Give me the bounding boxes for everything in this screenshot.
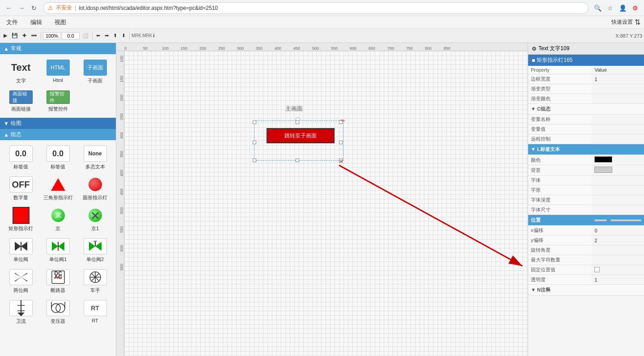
comp-multistate[interactable]: None 多态文本 bbox=[78, 144, 112, 172]
close-widget-icon[interactable]: × bbox=[339, 158, 343, 166]
handle-tr[interactable] bbox=[339, 120, 343, 124]
tool1[interactable]: ⬅ bbox=[94, 32, 102, 39]
menu-file[interactable]: 文件 bbox=[4, 17, 21, 27]
comp-valve1[interactable]: 单位阀 bbox=[4, 236, 38, 265]
comp-circle-light[interactable]: 圆形指示灯 bbox=[78, 175, 112, 203]
warning-icon: ⚠ bbox=[48, 4, 53, 11]
ruler-0: 0 bbox=[124, 46, 127, 51]
prop-font-depth-value[interactable] bbox=[592, 195, 644, 205]
prop-var-val-value[interactable] bbox=[592, 124, 644, 134]
save-tool[interactable]: 💾 bbox=[10, 32, 20, 39]
section-header-normal[interactable]: ▲ 常规 bbox=[0, 43, 116, 54]
handle-tl[interactable] bbox=[253, 120, 256, 124]
comp-triangle-light[interactable]: 三角形指示灯 bbox=[41, 175, 75, 203]
prop-rotation-value[interactable] bbox=[592, 245, 644, 255]
comp-transformer[interactable]: 变压器 bbox=[41, 298, 75, 326]
comp-valve-two[interactable]: 两位阀 bbox=[4, 267, 38, 296]
comp-jing1[interactable]: 京1 bbox=[78, 206, 112, 234]
info-icon: ℹ bbox=[153, 33, 155, 38]
prop-font-value[interactable] bbox=[592, 176, 644, 185]
comp-link[interactable]: 画面链接 画面链接 bbox=[4, 89, 38, 114]
prop-y-offset-value[interactable]: 2 bbox=[592, 236, 644, 245]
canvas-content[interactable]: 主画面 ✏ 跳转至子画面 × bbox=[124, 51, 528, 356]
prop-grad-type-label: 渐变类型 bbox=[528, 84, 592, 94]
handle-mr[interactable] bbox=[339, 141, 343, 144]
section-header-draw[interactable]: ▼ 绘图 bbox=[0, 118, 116, 129]
back-button[interactable]: ← bbox=[4, 3, 14, 13]
comp-text[interactable]: Text 文字 bbox=[4, 58, 38, 86]
subscreen-btn[interactable]: 子画面 bbox=[84, 60, 107, 76]
comp-multistate-text: 多态文本 bbox=[85, 163, 105, 170]
prop-border-width-value[interactable]: 1 bbox=[592, 74, 644, 84]
prop-rotation: 旋转角度 bbox=[528, 245, 644, 255]
comp-alarm[interactable]: 报警控件 报警控件 bbox=[41, 89, 75, 114]
prop-x-offset-value[interactable]: 0 bbox=[592, 226, 644, 236]
comp-breaker[interactable]: AC DC 断路器 bbox=[41, 267, 75, 296]
link-btn[interactable]: 画面链接 bbox=[9, 90, 33, 104]
comp-html[interactable]: HTML Html bbox=[41, 58, 75, 86]
title-bullet: ■ bbox=[532, 57, 535, 64]
prop-color-value[interactable] bbox=[592, 155, 644, 165]
select-tool[interactable]: ▶ bbox=[2, 32, 9, 39]
state-grid: 0.0 标签值 0.0 标签值 None 多态文本 OFF 数字量 三角形指示灯 bbox=[0, 140, 116, 330]
remove-tool[interactable]: ➖ bbox=[29, 32, 39, 39]
comp-subscreen[interactable]: 子画面 子画面 bbox=[78, 58, 112, 86]
comp-jing[interactable]: 京 京 bbox=[41, 206, 75, 234]
comp-label-val2[interactable]: 0.0 标签值 bbox=[41, 144, 75, 172]
prop-fixed-pos-value[interactable] bbox=[592, 265, 644, 275]
tool4[interactable]: ⬇ bbox=[120, 32, 127, 39]
prop-bg-label: 背景 bbox=[528, 165, 592, 176]
prop-max-chars-value[interactable] bbox=[592, 255, 644, 265]
prop-font-depth: 字体深度 bbox=[528, 195, 644, 205]
sub-screen-button[interactable]: 跳转至子画面 bbox=[267, 128, 335, 143]
comp-rect-light[interactable]: 矩形指示灯 bbox=[4, 206, 38, 234]
section-label-state: 组态 bbox=[11, 131, 21, 138]
profile-button[interactable]: 👤 bbox=[617, 3, 628, 13]
valve-two-icon bbox=[9, 269, 33, 285]
section-header-state[interactable]: ▲ 组态 bbox=[0, 129, 116, 140]
comp-digital[interactable]: OFF 数字量 bbox=[4, 175, 38, 203]
warning-text: 不安全 bbox=[56, 4, 72, 12]
handle-tc[interactable] bbox=[296, 120, 299, 124]
html-btn[interactable]: HTML bbox=[47, 60, 70, 76]
comp-link-label: 画面链接 bbox=[11, 106, 31, 112]
prop-grad-type-value[interactable] bbox=[592, 84, 644, 94]
prop-opacity-value[interactable]: 1 bbox=[592, 275, 644, 285]
position-slider[interactable] bbox=[594, 219, 641, 221]
comp-valve1a[interactable]: 单位阀1 bbox=[41, 236, 75, 265]
ruler-550: 550 bbox=[331, 46, 338, 51]
zoom-fit[interactable]: ⬜ bbox=[80, 32, 90, 39]
alarm-btn[interactable]: 报警控件 bbox=[47, 90, 70, 104]
comp-flow[interactable]: 卫流 bbox=[4, 298, 38, 326]
address-bar[interactable]: ⚠ 不安全 | iot.idosp.net/html/scada/editor.… bbox=[43, 2, 589, 14]
prop-font-size: 字体尺寸 bbox=[528, 205, 644, 215]
handle-ml[interactable] bbox=[253, 141, 256, 144]
prop-font-style-value[interactable] bbox=[592, 185, 644, 195]
prop-pos-section-slider[interactable] bbox=[592, 215, 644, 226]
vruler-350: 350 bbox=[119, 151, 124, 158]
forward-button[interactable]: → bbox=[16, 3, 27, 13]
prop-font-size-value[interactable] bbox=[592, 205, 644, 215]
tool2[interactable]: ➡ bbox=[103, 32, 110, 39]
handle-bl[interactable] bbox=[253, 159, 256, 162]
extension-button[interactable]: ⚙ bbox=[630, 3, 640, 13]
prop-bg-value[interactable] bbox=[592, 165, 644, 176]
add-tool[interactable]: ✚ bbox=[21, 32, 28, 39]
tool3[interactable]: ⬆ bbox=[111, 32, 119, 39]
comp-rt[interactable]: RT RT bbox=[78, 298, 112, 326]
vruler-500: 500 bbox=[119, 207, 124, 214]
reload-button[interactable]: ↻ bbox=[29, 3, 39, 13]
search-button[interactable]: 🔍 bbox=[592, 3, 603, 13]
bookmark-button[interactable]: ☆ bbox=[605, 3, 615, 13]
prop-var-name-value[interactable] bbox=[592, 115, 644, 124]
fixed-pos-checkbox[interactable] bbox=[594, 267, 600, 272]
handle-bc[interactable] bbox=[296, 159, 299, 162]
comp-label-val1[interactable]: 0.0 标签值 bbox=[4, 144, 38, 172]
menu-view[interactable]: 视图 bbox=[52, 17, 69, 27]
circle-red-icon bbox=[84, 176, 107, 193]
comp-valve2[interactable]: 单位阀2 bbox=[78, 236, 112, 265]
menu-edit[interactable]: 编辑 bbox=[28, 17, 45, 27]
prop-grad-color-value[interactable] bbox=[592, 94, 644, 104]
prop-remote-value[interactable] bbox=[592, 134, 644, 144]
comp-car[interactable]: 车手 bbox=[78, 267, 112, 296]
